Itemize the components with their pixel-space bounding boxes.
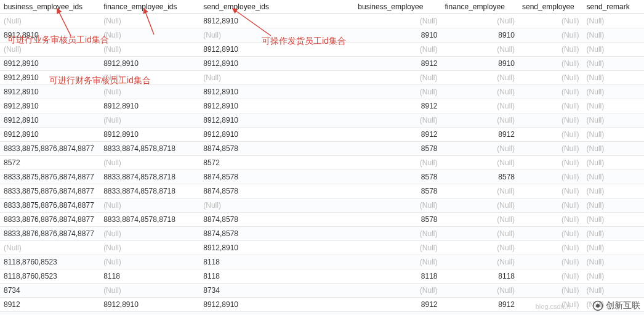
cell-send_remark[interactable]: (Null): [583, 113, 644, 128]
cell-finance_employee[interactable]: (Null): [441, 14, 518, 28]
cell-business_employee[interactable]: 8912: [354, 298, 441, 312]
cell-send_remark[interactable]: (Null): [583, 255, 644, 269]
cell-business_employee[interactable]: 8912: [354, 128, 441, 142]
cell-send_employee_ids[interactable]: 8572: [199, 156, 354, 170]
cell-send_employee[interactable]: (Null): [518, 213, 583, 227]
cell-send_employee_ids[interactable]: 8874,8578: [199, 213, 354, 227]
cell-send_remark[interactable]: (Null): [583, 227, 644, 241]
cell-business_employee[interactable]: 8118: [354, 269, 441, 284]
table-row[interactable]: 8833,8875,8876,8874,88778833,8874,8578,8…: [0, 170, 644, 184]
cell-send_employee_ids[interactable]: (Null): [199, 198, 354, 213]
cell-send_employee_ids[interactable]: 8874,8578: [199, 227, 354, 241]
cell-finance_employee[interactable]: (Null): [441, 255, 518, 269]
table-row[interactable]: 8912,8910(Null)8912,8910(Null)(Null)(Nul…: [0, 85, 644, 99]
cell-send_employee_ids[interactable]: 8874,8578: [199, 170, 354, 184]
cell-send_remark[interactable]: (Null): [583, 128, 644, 142]
cell-send_remark[interactable]: (Null): [583, 170, 644, 184]
cell-business_employee_ids[interactable]: 8118,8760,8523: [0, 269, 100, 284]
cell-send_employee_ids[interactable]: 8912,8910: [199, 113, 354, 128]
cell-business_employee[interactable]: 8578: [354, 213, 441, 227]
cell-send_remark[interactable]: (Null): [583, 142, 644, 156]
cell-send_employee[interactable]: (Null): [518, 255, 583, 269]
cell-business_employee_ids[interactable]: 8912: [0, 298, 100, 312]
cell-finance_employee_ids[interactable]: (Null): [100, 227, 199, 241]
column-header-finance_employee_ids[interactable]: finance_employee_ids: [100, 0, 199, 14]
table-row[interactable]: 8833,8875,8876,8874,88778833,8874,8578,8…: [0, 142, 644, 156]
table-row[interactable]: (Null)(Null)8912,8910(Null)(Null)(Null)(…: [0, 14, 644, 28]
cell-business_employee_ids[interactable]: 8912,8910: [0, 99, 100, 113]
cell-business_employee_ids[interactable]: 8912,8910: [0, 85, 100, 99]
cell-send_employee[interactable]: (Null): [518, 170, 583, 184]
cell-business_employee_ids[interactable]: 8833,8875,8876,8874,8877: [0, 170, 100, 184]
cell-finance_employee[interactable]: (Null): [441, 71, 518, 85]
cell-finance_employee[interactable]: 8912: [441, 128, 518, 142]
cell-business_employee_ids[interactable]: 8912,8910: [0, 113, 100, 128]
cell-send_employee[interactable]: (Null): [518, 28, 583, 43]
cell-send_employee[interactable]: (Null): [518, 14, 583, 28]
cell-business_employee[interactable]: (Null): [354, 113, 441, 128]
cell-send_employee[interactable]: (Null): [518, 71, 583, 85]
cell-business_employee_ids[interactable]: 8833,8875,8876,8874,8877: [0, 142, 100, 156]
cell-finance_employee_ids[interactable]: (Null): [100, 284, 199, 298]
cell-send_employee_ids[interactable]: 8118: [199, 269, 354, 284]
cell-finance_employee_ids[interactable]: (Null): [100, 14, 199, 28]
cell-finance_employee_ids[interactable]: (Null): [100, 85, 199, 99]
cell-business_employee[interactable]: 8912: [354, 57, 441, 71]
cell-send_employee[interactable]: (Null): [518, 113, 583, 128]
cell-send_employee[interactable]: (Null): [518, 269, 583, 284]
cell-finance_employee_ids[interactable]: 8912,8910: [100, 57, 199, 71]
cell-business_employee[interactable]: (Null): [354, 43, 441, 57]
table-row[interactable]: 8572(Null)8572(Null)(Null)(Null)(Null): [0, 156, 644, 170]
cell-finance_employee_ids[interactable]: 8833,8874,8578,8718: [100, 170, 199, 184]
cell-send_employee[interactable]: (Null): [518, 57, 583, 71]
table-row[interactable]: (Null)(Null)8912,8910(Null)(Null)(Null)(…: [0, 43, 644, 57]
cell-finance_employee[interactable]: 8578: [441, 170, 518, 184]
cell-send_employee_ids[interactable]: 8874,8578: [199, 142, 354, 156]
cell-send_employee[interactable]: (Null): [518, 85, 583, 99]
cell-finance_employee[interactable]: 8912: [441, 298, 518, 312]
cell-send_employee_ids[interactable]: 8912,8910: [199, 128, 354, 142]
cell-business_employee[interactable]: 8912: [354, 99, 441, 113]
cell-business_employee_ids[interactable]: 8833,8876,8876,8874,8877: [0, 227, 100, 241]
cell-send_employee_ids[interactable]: 8912,8910: [199, 85, 354, 99]
column-header-finance_employee[interactable]: finance_employee: [441, 0, 518, 14]
cell-send_remark[interactable]: (Null): [583, 14, 644, 28]
cell-send_employee[interactable]: (Null): [518, 184, 583, 198]
cell-finance_employee_ids[interactable]: (Null): [100, 28, 199, 43]
cell-business_employee_ids[interactable]: 8833,8876,8876,8874,8877: [0, 213, 100, 227]
cell-send_remark[interactable]: (Null): [583, 57, 644, 71]
cell-finance_employee_ids[interactable]: (Null): [100, 255, 199, 269]
cell-finance_employee[interactable]: 8910: [441, 57, 518, 71]
cell-business_employee[interactable]: (Null): [354, 198, 441, 213]
table-row[interactable]: 8118,8760,85238118811881188118(Null)(Nul…: [0, 269, 644, 284]
table-row[interactable]: 8912,8910(Null)(Null)89108910(Null)(Null…: [0, 28, 644, 43]
data-grid[interactable]: business_employee_idsfinance_employee_id…: [0, 0, 644, 315]
cell-send_employee[interactable]: (Null): [518, 156, 583, 170]
column-header-send_employee[interactable]: send_employee: [518, 0, 583, 14]
column-header-send_employee_ids[interactable]: send_employee_ids: [199, 0, 354, 14]
cell-finance_employee[interactable]: (Null): [441, 113, 518, 128]
cell-send_remark[interactable]: (Null): [583, 269, 644, 284]
cell-send_employee_ids[interactable]: (Null): [199, 28, 354, 43]
cell-finance_employee[interactable]: 8578: [441, 312, 518, 316]
column-header-business_employee[interactable]: business_employee: [354, 0, 441, 14]
cell-business_employee_ids[interactable]: 8833,8875,8876,8874,8877: [0, 184, 100, 198]
cell-finance_employee[interactable]: (Null): [441, 227, 518, 241]
cell-send_employee_ids[interactable]: 8912,8910: [199, 14, 354, 28]
cell-business_employee[interactable]: (Null): [354, 227, 441, 241]
cell-business_employee[interactable]: 8578: [354, 312, 441, 316]
cell-send_employee_ids[interactable]: 8734: [199, 284, 354, 298]
cell-finance_employee[interactable]: (Null): [441, 213, 518, 227]
cell-finance_employee_ids[interactable]: (Null): [100, 241, 199, 255]
cell-finance_employee_ids[interactable]: 8833,8874,8578,8718: [100, 184, 199, 198]
cell-send_remark[interactable]: (Null): [583, 184, 644, 198]
cell-finance_employee_ids[interactable]: (Null): [100, 156, 199, 170]
cell-finance_employee[interactable]: (Null): [441, 198, 518, 213]
cell-business_employee[interactable]: (Null): [354, 255, 441, 269]
cell-finance_employee[interactable]: (Null): [441, 241, 518, 255]
cell-send_remark[interactable]: (Null): [583, 198, 644, 213]
cell-business_employee[interactable]: (Null): [354, 241, 441, 255]
cell-finance_employee[interactable]: (Null): [441, 43, 518, 57]
cell-send_remark[interactable]: (Null): [583, 213, 644, 227]
cell-send_employee_ids[interactable]: 8874,8578: [199, 184, 354, 198]
